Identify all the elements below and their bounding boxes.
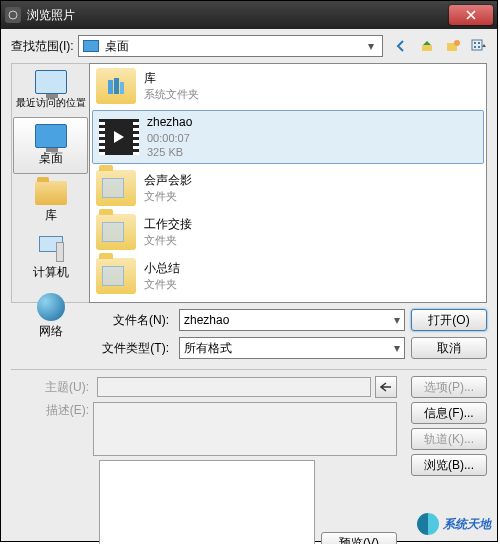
svg-rect-6 [478, 42, 480, 44]
file-list[interactable]: 库 系统文件夹 zhezhao 00:00:07 325 KB 会声会影 [89, 63, 487, 303]
sidebar-item-libraries[interactable]: 库 [12, 175, 89, 230]
bottom-section: 主题(U): 描述(E): 预览(V) [11, 376, 487, 544]
libraries-icon [35, 181, 67, 205]
close-icon [466, 10, 476, 20]
main-row: 最近访问的位置 桌面 库 计算机 网络 [11, 63, 487, 303]
filename-label: 文件名(N): [89, 312, 169, 329]
desc-label: 描述(E): [11, 402, 89, 419]
filename-value: zhezhao [184, 313, 229, 327]
sidebar-item-desktop[interactable]: 桌面 [13, 117, 88, 174]
svg-rect-9 [108, 80, 113, 94]
window-title: 浏览照片 [27, 7, 449, 24]
file-item-xzj[interactable]: 小总结 文件夹 [90, 254, 486, 298]
file-duration: 00:00:07 [147, 131, 192, 145]
file-item-zhezhao[interactable]: zhezhao 00:00:07 325 KB [92, 110, 484, 164]
file-item-gzjh[interactable]: 工作交接 文件夹 [90, 210, 486, 254]
computer-icon [36, 236, 66, 262]
filename-input[interactable]: zhezhao ▾ [179, 309, 405, 331]
svg-rect-1 [422, 45, 432, 51]
network-icon [37, 293, 65, 321]
branding-text: 系统天地 [443, 516, 491, 533]
file-type: 文件夹 [144, 233, 192, 247]
back-icon[interactable] [393, 38, 409, 54]
svg-rect-8 [478, 46, 480, 48]
chevron-down-icon: ▾ [394, 341, 400, 355]
folder-icon [96, 214, 136, 250]
file-name: 小总结 [144, 261, 180, 277]
desktop-icon [35, 124, 67, 148]
options-button[interactable]: 选项(P)... [411, 376, 487, 398]
file-type: 文件夹 [144, 277, 180, 291]
file-item-hshy[interactable]: 会声会影 文件夹 [90, 166, 486, 210]
track-button[interactable]: 轨道(K)... [411, 428, 487, 450]
file-name: 库 [144, 71, 199, 87]
svg-rect-11 [120, 82, 124, 94]
globe-icon [417, 513, 439, 535]
desktop-icon [83, 40, 99, 52]
file-name: 工作交接 [144, 217, 192, 233]
info-button[interactable]: 信息(F)... [411, 402, 487, 424]
file-name: zhezhao [147, 115, 192, 131]
recent-icon [35, 70, 67, 94]
subject-label: 主题(U): [11, 379, 89, 396]
sidebar-item-label: 网络 [39, 323, 63, 340]
description-box [93, 402, 397, 456]
file-size: 325 KB [147, 145, 192, 159]
preview-button[interactable]: 预览(V) [321, 532, 397, 544]
sidebar-item-label: 最近访问的位置 [16, 96, 86, 110]
new-folder-icon[interactable] [445, 38, 461, 54]
filetype-select[interactable]: 所有格式 ▾ [179, 337, 405, 359]
file-item-libraries[interactable]: 库 系统文件夹 [90, 64, 486, 108]
lookin-value: 桌面 [105, 38, 129, 55]
separator [11, 369, 487, 370]
lookin-label: 查找范围(I): [11, 38, 74, 55]
branding: 系统天地 [417, 513, 491, 535]
svg-point-0 [9, 11, 17, 19]
sidebar-item-label: 库 [45, 207, 57, 224]
browse-button[interactable]: 浏览(B)... [411, 454, 487, 476]
chevron-down-icon: ▾ [394, 313, 400, 327]
folder-icon [96, 258, 136, 294]
sidebar-item-network[interactable]: 网络 [12, 287, 89, 346]
up-icon[interactable] [419, 38, 435, 54]
svg-rect-5 [474, 42, 476, 44]
back-arrow-button[interactable] [375, 376, 397, 398]
lookin-row: 查找范围(I): 桌面 ▾ [11, 35, 487, 57]
toolbar [393, 38, 487, 54]
sidebar-item-label: 计算机 [33, 264, 69, 281]
lookin-combo[interactable]: 桌面 ▾ [78, 35, 383, 57]
dialog-window: 浏览照片 查找范围(I): 桌面 ▾ 最近访问的位置 [0, 0, 498, 542]
preview-box [99, 460, 315, 544]
chevron-down-icon: ▾ [364, 39, 378, 53]
subject-input [97, 377, 371, 397]
close-button[interactable] [449, 5, 493, 25]
file-name: 会声会影 [144, 173, 192, 189]
svg-point-3 [454, 40, 460, 46]
file-type: 文件夹 [144, 189, 192, 203]
view-menu-icon[interactable] [471, 38, 487, 54]
svg-rect-4 [472, 40, 482, 50]
svg-rect-10 [114, 78, 119, 94]
titlebar: 浏览照片 [1, 1, 497, 29]
library-folder-icon [96, 68, 136, 104]
file-type: 系统文件夹 [144, 87, 199, 101]
video-file-icon [99, 119, 139, 155]
svg-rect-7 [474, 46, 476, 48]
sidebar-item-computer[interactable]: 计算机 [12, 230, 89, 287]
app-icon [5, 7, 21, 23]
sidebar-item-label: 桌面 [39, 150, 63, 167]
folder-icon [96, 170, 136, 206]
sidebar-item-recent[interactable]: 最近访问的位置 [12, 64, 89, 116]
arrow-left-icon [380, 382, 392, 392]
filetype-value: 所有格式 [184, 340, 232, 357]
filetype-label: 文件类型(T): [89, 340, 169, 357]
open-button[interactable]: 打开(O) [411, 309, 487, 331]
places-sidebar: 最近访问的位置 桌面 库 计算机 网络 [11, 63, 89, 303]
cancel-button[interactable]: 取消 [411, 337, 487, 359]
dialog-body: 查找范围(I): 桌面 ▾ 最近访问的位置 桌面 [1, 29, 497, 541]
